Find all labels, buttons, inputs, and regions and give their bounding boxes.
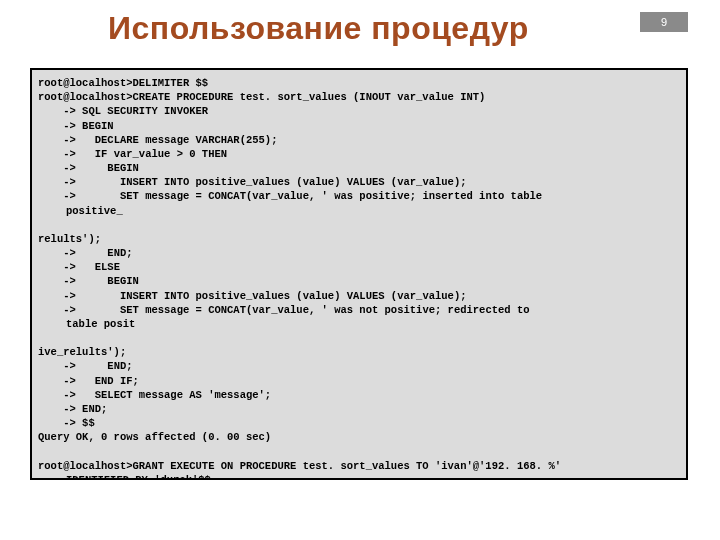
code-line-cont: IDENTIFIED BY 'durak'$$ — [38, 473, 680, 480]
code-line: root@localhost>GRANT EXECUTE ON PROCEDUR… — [38, 460, 561, 472]
code-line: relults'); — [38, 233, 101, 245]
code-line: -> BEGIN — [38, 162, 139, 174]
code-line: -> INSERT INTO positive_values (value) V… — [38, 176, 466, 188]
code-line: -> $$ — [38, 417, 95, 429]
code-line: -> DECLARE message VARCHAR(255); — [38, 134, 277, 146]
code-line-cont: positive_ — [38, 204, 680, 218]
code-line: Query OK, 0 rows affected (0. 00 sec) — [38, 431, 271, 443]
code-line: -> SQL SECURITY INVOKER — [38, 105, 208, 117]
code-line: -> END IF; — [38, 375, 139, 387]
code-line: -> END; — [38, 360, 133, 372]
page-number-badge: 9 — [640, 12, 688, 32]
code-line: -> ELSE — [38, 261, 120, 273]
code-line: -> END; — [38, 403, 107, 415]
code-line: -> INSERT INTO positive_values (value) V… — [38, 290, 466, 302]
code-box: root@localhost>DELIMITER $$ root@localho… — [30, 68, 688, 480]
code-line: -> SELECT message AS 'message'; — [38, 389, 271, 401]
code-line: -> SET message = CONCAT(var_value, ' was… — [38, 304, 530, 316]
code-line-cont: table posit — [38, 317, 680, 331]
code-line: -> END; — [38, 247, 133, 259]
slide-title: Использование процедур — [108, 10, 529, 47]
code-line: -> BEGIN — [38, 275, 139, 287]
slide: Использование процедур 9 root@localhost>… — [0, 0, 720, 540]
code-line: root@localhost>CREATE PROCEDURE test. so… — [38, 91, 485, 103]
code-content: root@localhost>DELIMITER $$ root@localho… — [38, 76, 680, 480]
code-line: ive_relults'); — [38, 346, 126, 358]
code-line: -> BEGIN — [38, 120, 114, 132]
code-line: -> SET message = CONCAT(var_value, ' was… — [38, 190, 542, 202]
code-line: -> IF var_value > 0 THEN — [38, 148, 227, 160]
code-line: root@localhost>DELIMITER $$ — [38, 77, 208, 89]
